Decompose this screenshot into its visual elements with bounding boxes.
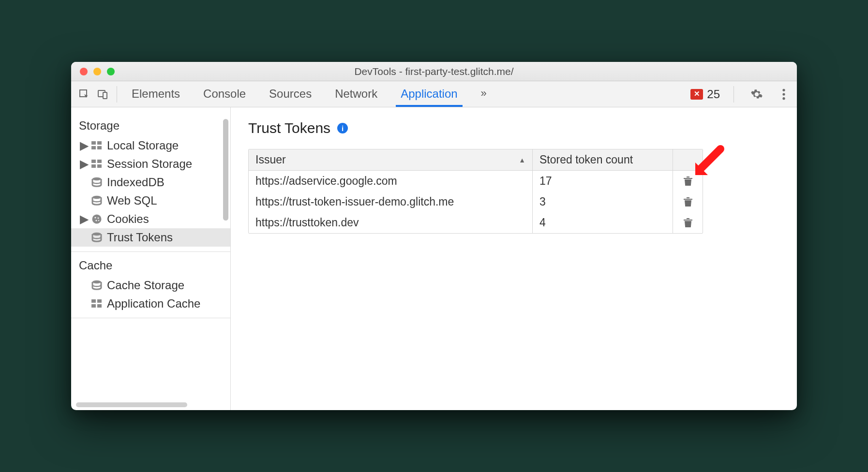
svg-point-19 xyxy=(98,220,99,221)
tab-console[interactable]: Console xyxy=(200,82,249,106)
cell-count: 4 xyxy=(532,212,673,233)
window-controls xyxy=(71,68,115,75)
column-header-issuer[interactable]: Issuer ▲ xyxy=(249,149,532,170)
svg-rect-11 xyxy=(91,164,96,168)
cell-issuer: https://trusttoken.dev xyxy=(249,212,532,233)
device-toolbar-button[interactable] xyxy=(93,85,112,103)
svg-point-21 xyxy=(92,280,101,283)
svg-point-20 xyxy=(92,233,101,236)
tab-sources[interactable]: Sources xyxy=(266,82,314,106)
tab-application[interactable]: Application xyxy=(398,82,460,106)
sidebar-item-label: Session Storage xyxy=(107,157,192,171)
svg-point-17 xyxy=(98,218,99,219)
svg-rect-6 xyxy=(97,141,102,145)
column-header-label: Issuer xyxy=(255,153,286,166)
sidebar-divider xyxy=(71,318,230,318)
toolbar-separator xyxy=(117,86,117,103)
sidebar-scrollbar[interactable] xyxy=(223,119,228,245)
cell-count: 17 xyxy=(532,171,673,192)
chevron-right-icon: ▶ xyxy=(80,212,87,226)
svg-point-3 xyxy=(782,93,785,95)
database-icon xyxy=(91,195,103,206)
sidebar-item-label: Web SQL xyxy=(107,194,157,207)
sidebar-item-application-cache[interactable]: ▶ Application Cache xyxy=(71,295,230,313)
delete-button[interactable] xyxy=(684,218,692,228)
zoom-window-button[interactable] xyxy=(107,68,115,75)
svg-rect-10 xyxy=(97,160,102,163)
cell-issuer: https://adservice.google.com xyxy=(249,171,532,192)
sidebar-item-label: IndexedDB xyxy=(107,176,165,189)
sidebar-item-cookies[interactable]: ▶ Cookies xyxy=(71,210,230,228)
delete-button[interactable] xyxy=(684,197,692,207)
error-count: 25 xyxy=(707,88,720,101)
column-header-count[interactable]: Stored token count xyxy=(532,149,673,170)
sidebar-item-label: Trust Tokens xyxy=(107,231,173,244)
svg-point-18 xyxy=(95,220,97,221)
errors-indicator[interactable]: 25 xyxy=(690,88,720,101)
panel-title: Trust Tokens i xyxy=(248,120,779,136)
info-icon[interactable]: i xyxy=(337,123,348,133)
close-window-button[interactable] xyxy=(80,68,88,75)
scrollbar-thumb[interactable] xyxy=(76,402,187,407)
svg-rect-25 xyxy=(97,304,102,308)
sidebar-item-websql[interactable]: ▶ Web SQL xyxy=(71,192,230,210)
table-row[interactable]: https://adservice.google.com 17 xyxy=(249,171,703,192)
panel-body: Storage ▶ Local Storage ▶ Session Storag… xyxy=(71,107,797,410)
svg-point-2 xyxy=(782,88,785,91)
chevron-right-icon: ▶ xyxy=(80,157,87,171)
annotation-arrow-icon xyxy=(691,145,725,179)
cell-issuer: https://trust-token-issuer-demo.glitch.m… xyxy=(249,192,532,212)
inspect-element-button[interactable] xyxy=(75,85,93,103)
table-row[interactable]: https://trust-token-issuer-demo.glitch.m… xyxy=(249,192,703,212)
database-icon xyxy=(91,232,103,243)
titlebar: DevTools - first-party-test.glitch.me/ xyxy=(71,62,797,81)
window-title: DevTools - first-party-test.glitch.me/ xyxy=(71,66,797,77)
svg-rect-1 xyxy=(103,92,107,99)
sidebar-item-label: Local Storage xyxy=(107,139,179,152)
sidebar-item-label: Application Cache xyxy=(107,297,200,310)
delete-button[interactable] xyxy=(684,177,692,186)
sidebar-item-cache-storage[interactable]: ▶ Cache Storage xyxy=(71,276,230,295)
cookie-icon xyxy=(91,214,103,224)
sort-ascending-icon: ▲ xyxy=(519,156,525,164)
settings-button[interactable] xyxy=(748,85,766,103)
more-options-button[interactable] xyxy=(775,85,793,103)
trust-tokens-table: Issuer ▲ Stored token count https://adse… xyxy=(248,149,703,234)
scrollbar-thumb[interactable] xyxy=(223,119,228,221)
error-icon xyxy=(690,89,703,100)
sidebar-item-local-storage[interactable]: ▶ Local Storage xyxy=(71,136,230,155)
grid-icon xyxy=(91,298,103,309)
tab-elements[interactable]: Elements xyxy=(129,82,183,106)
svg-point-14 xyxy=(92,196,101,199)
sidebar-item-indexeddb[interactable]: ▶ IndexedDB xyxy=(71,173,230,192)
table-row[interactable]: https://trusttoken.dev 4 xyxy=(249,212,703,233)
column-header-label: Stored token count xyxy=(539,153,633,166)
sidebar-hscrollbar[interactable] xyxy=(76,402,206,407)
svg-rect-23 xyxy=(97,299,102,303)
tab-network[interactable]: Network xyxy=(332,82,380,106)
minimize-window-button[interactable] xyxy=(93,68,101,75)
cell-count: 3 xyxy=(532,192,673,212)
database-icon xyxy=(91,177,103,188)
trust-tokens-panel: Trust Tokens i Issuer ▲ Stored token cou… xyxy=(231,107,797,410)
sidebar-divider xyxy=(71,251,230,252)
sidebar-item-label: Cache Storage xyxy=(107,279,184,292)
svg-rect-5 xyxy=(91,141,96,145)
sidebar-item-trust-tokens[interactable]: ▶ Trust Tokens xyxy=(71,228,230,247)
more-tabs-button[interactable]: » xyxy=(478,82,490,106)
sidebar-group-storage: Storage xyxy=(71,114,230,136)
devtools-window: DevTools - first-party-test.glitch.me/ E… xyxy=(71,62,797,410)
svg-point-13 xyxy=(92,177,101,180)
sidebar-item-label: Cookies xyxy=(107,212,149,226)
devtools-toolbar: Elements Console Sources Network Applica… xyxy=(71,81,797,107)
sidebar-group-cache: Cache xyxy=(71,254,230,276)
svg-point-4 xyxy=(782,97,785,100)
svg-rect-7 xyxy=(91,146,96,149)
grid-icon xyxy=(91,140,103,151)
application-sidebar: Storage ▶ Local Storage ▶ Session Storag… xyxy=(71,107,231,410)
toolbar-separator xyxy=(733,86,734,103)
panel-tabs: Elements Console Sources Network Applica… xyxy=(129,82,490,106)
svg-rect-24 xyxy=(91,304,96,308)
svg-point-15 xyxy=(92,215,102,224)
sidebar-item-session-storage[interactable]: ▶ Session Storage xyxy=(71,155,230,173)
